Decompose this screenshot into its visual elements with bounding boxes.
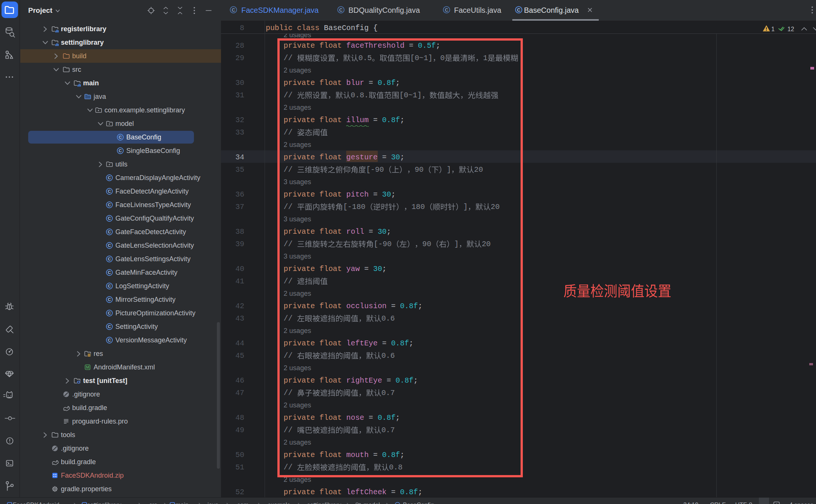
svg-text:C: C <box>119 148 122 153</box>
svg-text:C: C <box>339 8 342 13</box>
svg-text:1: 1 <box>771 26 775 32</box>
svg-text:C: C <box>108 216 111 221</box>
svg-text:C: C <box>108 203 111 207</box>
svg-text:C: C <box>108 338 111 342</box>
svg-text:C: C <box>108 176 111 180</box>
svg-text:C: C <box>108 230 111 234</box>
svg-text:C: C <box>517 8 520 13</box>
svg-text:C: C <box>232 8 235 13</box>
svg-text:M: M <box>86 365 89 369</box>
svg-text:C: C <box>108 270 111 275</box>
svg-text:C: C <box>108 189 111 194</box>
svg-text:C: C <box>108 311 111 315</box>
svg-text:C: C <box>108 243 111 248</box>
svg-text:C: C <box>108 297 111 302</box>
svg-text:C: C <box>108 257 111 261</box>
svg-text:C: C <box>108 284 111 288</box>
svg-text:C: C <box>119 135 122 139</box>
svg-text:C: C <box>108 324 111 329</box>
svg-text:C: C <box>445 8 448 13</box>
svg-text:12: 12 <box>787 26 794 32</box>
